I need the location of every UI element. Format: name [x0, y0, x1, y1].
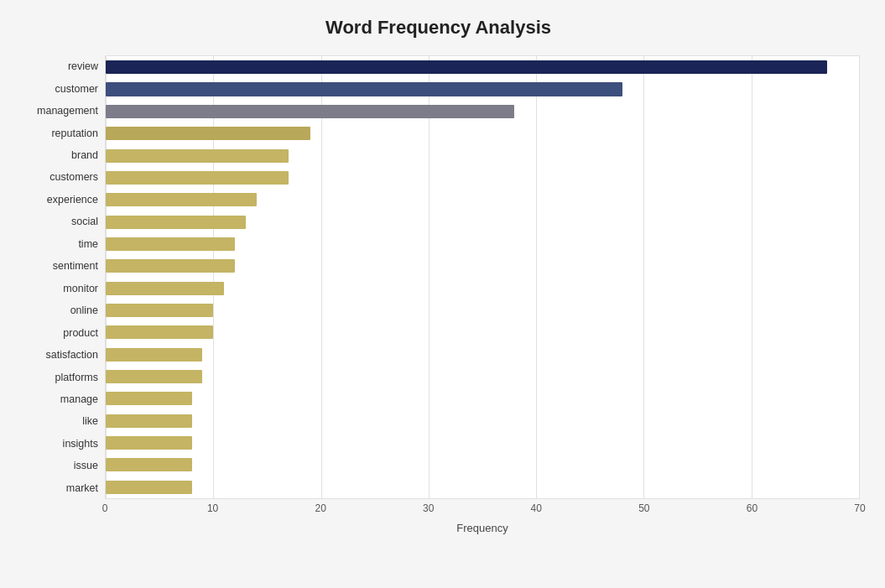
x-tick: 70	[854, 502, 865, 514]
bar-label: market	[17, 477, 105, 499]
bar	[106, 458, 192, 471]
bar-label: experience	[17, 189, 105, 211]
bar	[106, 481, 192, 494]
x-tick: 10	[207, 502, 218, 514]
bar-label: review	[17, 55, 105, 77]
bar	[106, 370, 202, 383]
bar-row	[106, 167, 859, 189]
bar-row	[106, 78, 859, 100]
bar-label: monitor	[17, 278, 105, 299]
bar	[106, 304, 213, 317]
bar-label: online	[17, 299, 105, 321]
bar-row	[106, 388, 859, 409]
bar-row	[106, 476, 859, 498]
bar-label: customers	[17, 166, 105, 188]
bar-row	[106, 233, 859, 255]
grid-line	[859, 56, 860, 498]
x-tick: 60	[747, 502, 757, 514]
bar-label: manage	[17, 388, 105, 410]
bar-row	[106, 299, 859, 321]
bar	[106, 237, 235, 251]
x-axis-label: Frequency	[105, 522, 860, 534]
x-tick: 40	[531, 502, 542, 514]
bar	[106, 216, 246, 229]
bar-row	[106, 432, 859, 454]
bar-row	[106, 321, 859, 343]
bar-row	[106, 211, 859, 232]
x-tick: 0	[102, 502, 108, 514]
bar	[106, 259, 235, 273]
bar-row	[106, 277, 859, 299]
x-tick: 20	[315, 502, 325, 514]
bar-label: time	[17, 233, 105, 255]
bar-label: platforms	[17, 366, 105, 388]
bar-row	[106, 343, 859, 365]
bar	[106, 82, 622, 96]
bar-row	[106, 255, 859, 277]
x-tick: 30	[423, 502, 434, 514]
bar	[106, 149, 289, 163]
bar-label: product	[17, 321, 105, 343]
bar	[106, 193, 257, 206]
x-tick: 50	[638, 502, 649, 514]
bar	[106, 392, 192, 405]
bar	[106, 325, 213, 339]
chart-title: Word Frequency Analysis	[17, 17, 860, 39]
bar-label: brand	[17, 144, 105, 166]
bar-label: management	[17, 100, 105, 122]
bar-label: customer	[17, 77, 105, 99]
bar-row	[106, 122, 859, 144]
bar-row	[106, 189, 859, 211]
bar	[106, 414, 192, 428]
bar-row	[106, 144, 859, 166]
bar	[106, 171, 289, 185]
bar	[106, 127, 310, 140]
bar-label: issue	[17, 455, 105, 476]
bar	[106, 105, 514, 118]
bar-row	[106, 454, 859, 476]
bar	[106, 348, 202, 362]
bar-row	[106, 56, 859, 78]
bar	[106, 60, 827, 74]
bar-label: social	[17, 211, 105, 232]
bar-row	[106, 366, 859, 388]
bar-label: reputation	[17, 122, 105, 143]
bar	[106, 436, 192, 450]
bar	[106, 282, 224, 295]
chart-container: Word Frequency Analysis reviewcustomerma…	[0, 0, 885, 588]
bar-label: sentiment	[17, 255, 105, 277]
bar-label: like	[17, 410, 105, 432]
bar-label: satisfaction	[17, 344, 105, 366]
bar-row	[106, 101, 859, 122]
bar-row	[106, 410, 859, 432]
bar-label: insights	[17, 433, 105, 455]
